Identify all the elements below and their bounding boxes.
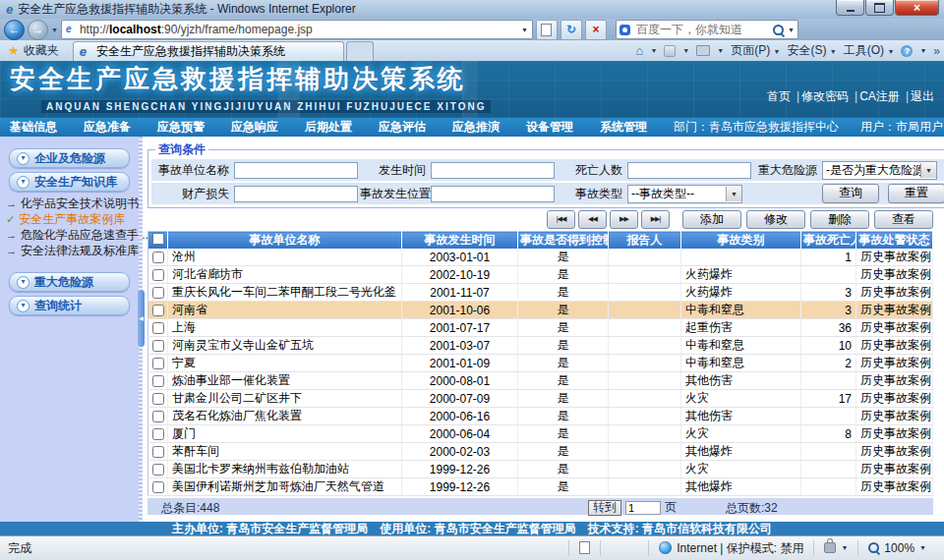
add-button[interactable]: 添加 — [682, 210, 741, 229]
table-row[interactable]: 炼油事业部一催化装置2000-08-01是其他伤害历史事故案例 — [148, 372, 933, 390]
row-checkbox[interactable] — [152, 305, 164, 316]
select-all-checkbox[interactable] — [148, 232, 168, 250]
sidebar-collapse-handle[interactable]: ◀ — [138, 290, 145, 347]
row-checkbox[interactable] — [152, 252, 164, 263]
first-page-button[interactable]: |◀◀ — [547, 210, 575, 229]
delete-button[interactable]: 删除 — [810, 210, 869, 229]
sidebar-link[interactable]: →安全法律法规及标准库 — [6, 243, 137, 258]
forward-button[interactable]: → — [28, 20, 48, 40]
url-dropdown-icon[interactable]: ▼ — [521, 27, 528, 33]
browser-tab[interactable]: e 安全生产应急救援指挥辅助决策系统 — [73, 41, 344, 61]
modify-button[interactable]: 修改 — [746, 210, 805, 229]
goto-page-button[interactable]: 转到 — [588, 500, 621, 516]
help-icon[interactable]: ? — [901, 45, 913, 57]
app-menu-item[interactable]: 后期处置 — [305, 119, 352, 136]
row-checkbox[interactable] — [152, 481, 164, 493]
back-button[interactable]: ← — [4, 20, 25, 40]
table-row[interactable]: 茂名石化炼油厂焦化装置2000-06-16是其他伤害历史事故案例 — [148, 408, 933, 425]
accident-type-select[interactable]: --事故类型--▼ — [627, 185, 742, 203]
sidebar-section-button[interactable]: ▾重大危险源 — [9, 272, 130, 292]
table-row[interactable]: 重庆长风化一车间二苯甲酮工段二号光化釜2001-11-07是火药爆炸3历史事故案… — [148, 284, 933, 302]
table-row[interactable]: 上海2001-07-17是起重伤害36历史事故案例 — [148, 319, 933, 337]
app-menu-item[interactable]: 系统管理 — [600, 119, 647, 136]
print-dropdown-icon[interactable]: ▼ — [717, 47, 724, 54]
row-checkbox[interactable] — [152, 393, 164, 405]
table-row[interactable]: 美国伊利诺斯州芝加哥炼油厂天然气管道1999-12-26是其他爆炸历史事故案例 — [148, 478, 933, 496]
table-row[interactable]: 美国北卡罗来纳州韦兹伯勒加油站1999-12-26是火灾历史事故案例 — [148, 461, 933, 478]
row-checkbox[interactable] — [152, 428, 164, 440]
app-menu-item[interactable]: 应急推演 — [452, 119, 500, 136]
app-menu-item[interactable]: 应急响应 — [231, 119, 278, 136]
banner-link[interactable]: 退出 — [911, 89, 934, 103]
page-number-input[interactable] — [625, 501, 661, 515]
page-menu[interactable]: 页面(P) ▼ — [731, 42, 780, 59]
table-row[interactable]: 宁夏2001-01-09是中毒和窒息2历史事故案例 — [148, 355, 933, 372]
table-row[interactable]: 河南省2001-10-06是中毒和窒息3历史事故案例 — [148, 302, 933, 319]
sidebar-section-button[interactable]: ▾企业及危险源 — [9, 148, 130, 168]
maximize-button[interactable] — [865, 0, 894, 16]
zoom-icon[interactable] — [868, 542, 879, 553]
help-dropdown-icon[interactable]: ▼ — [919, 47, 926, 54]
unit-name-input[interactable] — [234, 162, 358, 179]
sidebar-section-button[interactable]: ▾安全生产知识库 — [9, 172, 130, 192]
banner-link[interactable]: 修改密码 — [801, 89, 849, 103]
home-dropdown-icon[interactable]: ▼ — [650, 47, 657, 54]
sidebar-link[interactable]: ✓安全生产事故案例库 — [6, 211, 137, 227]
refresh-button[interactable]: ↻ — [560, 20, 582, 40]
banner-link[interactable]: 首页 — [767, 89, 791, 103]
new-tab-stub[interactable] — [346, 41, 374, 61]
url-field[interactable]: e http://localhost:90/yjzh/frame/homepag… — [61, 20, 533, 39]
protected-mode-dropdown-icon[interactable]: ▼ — [841, 544, 848, 551]
table-row[interactable]: 沧州2003-01-01是1历史事故案例 — [148, 249, 933, 266]
view-button[interactable]: 查看 — [874, 210, 933, 229]
row-checkbox[interactable] — [152, 358, 164, 369]
row-checkbox[interactable] — [152, 446, 164, 458]
reset-button[interactable]: 重置 — [888, 184, 944, 203]
table-row[interactable]: 河北省廊坊市2002-10-19是火药爆炸历史事故案例 — [148, 266, 933, 284]
rss-dropdown-icon[interactable]: ▼ — [682, 47, 689, 54]
stop-button[interactable]: × — [585, 20, 607, 40]
occur-time-input[interactable] — [431, 162, 555, 179]
overflow-chevron-icon[interactable]: » — [933, 44, 940, 58]
table-row[interactable]: 苯酐车间2000-02-03是其他爆炸历史事故案例 — [148, 443, 933, 461]
search-box[interactable]: ▼ — [616, 20, 798, 39]
safety-menu[interactable]: 安全(S) ▼ — [787, 42, 836, 59]
table-row[interactable]: 厦门2000-06-04是火灾8历史事故案例 — [148, 425, 933, 443]
history-dropdown-icon[interactable]: ▼ — [51, 27, 58, 33]
row-checkbox[interactable] — [152, 375, 164, 387]
app-menu-item[interactable]: 应急评估 — [379, 119, 426, 136]
app-menu-item[interactable]: 基础信息 — [10, 119, 57, 136]
rss-icon[interactable] — [664, 45, 676, 57]
compatibility-view-button[interactable] — [536, 20, 558, 40]
row-checkbox[interactable] — [152, 411, 164, 422]
search-dropdown-icon[interactable]: ▼ — [788, 27, 795, 33]
table-row[interactable]: 甘肃金川公司二矿区井下2000-07-09是火灾17历史事故案例 — [148, 390, 933, 408]
sidebar-section-button[interactable]: ▾查询统计 — [9, 296, 130, 315]
print-icon[interactable] — [696, 45, 710, 56]
row-checkbox[interactable] — [152, 287, 164, 299]
row-checkbox[interactable] — [152, 269, 164, 281]
major-hazard-select[interactable]: -是否为重大危险源-▼ — [822, 161, 937, 180]
row-checkbox[interactable] — [152, 322, 164, 334]
last-page-button[interactable]: ▶▶| — [641, 210, 670, 229]
app-menu-item[interactable]: 设备管理 — [526, 119, 573, 136]
search-button[interactable]: 查询 — [822, 184, 879, 203]
search-icon[interactable] — [773, 25, 784, 35]
banner-link[interactable]: CA注册 — [859, 89, 900, 103]
deaths-input[interactable] — [627, 162, 751, 179]
sidebar-link[interactable]: →危险化学品应急速查手... — [6, 227, 137, 243]
row-checkbox[interactable] — [152, 464, 164, 476]
next-page-button[interactable]: ▶▶ — [610, 210, 638, 229]
protected-mode-icon[interactable] — [824, 542, 836, 553]
close-button[interactable]: × — [895, 0, 939, 16]
sidebar-link[interactable]: →化学品安全技术说明书 — [6, 196, 137, 211]
property-loss-input[interactable] — [234, 186, 358, 202]
location-input[interactable] — [431, 186, 555, 202]
row-checkbox[interactable] — [152, 340, 164, 352]
favorites-button[interactable]: ★ 收藏夹 — [4, 42, 67, 61]
table-row[interactable]: 河南灵宝市义寺山金矿五坑2001-03-07是中毒和窒息10历史事故案例 — [148, 337, 933, 355]
search-input[interactable] — [634, 22, 769, 37]
app-menu-item[interactable]: 应急准备 — [84, 119, 131, 136]
zoom-dropdown-icon[interactable]: ▼ — [919, 544, 926, 551]
home-icon[interactable]: ⌂ — [636, 43, 644, 58]
